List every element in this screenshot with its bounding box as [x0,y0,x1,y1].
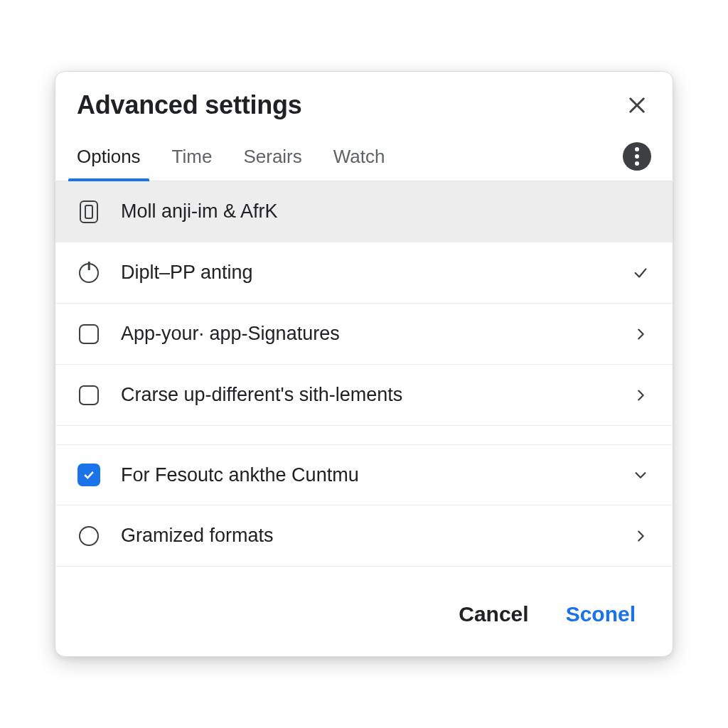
dialog-footer: Cancel Sconel [55,567,673,656]
card-icon [77,200,101,224]
advanced-settings-dialog: Advanced settings Options Time Serairs W… [55,71,673,657]
box-icon [77,383,101,407]
check-icon [630,262,651,284]
checkbox-checked-icon [77,463,101,487]
overflow-menu-button[interactable] [623,142,651,171]
chevron-right-icon [630,323,651,345]
cancel-button[interactable]: Cancel [456,598,531,631]
dialog-header: Advanced settings [55,72,673,136]
setting-row-gramized-formats[interactable]: Gramized formats [55,505,673,567]
setting-label: Diplt–PP anting [121,262,610,284]
setting-row-diplt-pp[interactable]: Diplt–PP anting [55,242,673,304]
tab-time[interactable]: Time [172,136,213,181]
circle-icon [77,524,101,548]
setting-row-app-signatures[interactable]: App-your· app-Signatures [55,304,673,365]
setting-row-for-fesoutc[interactable]: For Fesoutc ankthe Cuntmu [55,444,673,505]
tab-options[interactable]: Options [77,136,141,181]
chevron-down-icon [630,464,651,486]
box-icon [77,322,101,346]
close-button[interactable] [623,91,651,119]
close-icon [627,95,647,115]
setting-row-crarse-elements[interactable]: Crarse up-different's sith-lements [55,365,673,426]
setting-label: Crarse up-different's sith-lements [121,384,610,406]
trailing-none [630,201,651,223]
power-icon [77,261,101,285]
tab-watch[interactable]: Watch [333,136,385,181]
tabs: Options Time Serairs Watch [77,136,623,181]
setting-label: For Fesoutc ankthe Cuntmu [121,464,610,486]
chevron-right-icon [630,385,651,406]
more-vert-icon [635,146,639,167]
tab-bar: Options Time Serairs Watch [55,136,673,181]
settings-list: Moll anji-im & AfrK Diplt–PP anting App-… [55,181,673,567]
setting-label: Gramized formats [121,525,610,547]
setting-row-moll-anjim[interactable]: Moll anji-im & AfrK [55,181,673,242]
setting-label: Moll anji-im & AfrK [121,200,610,223]
dialog-title: Advanced settings [77,90,302,120]
setting-label: App-your· app-Signatures [121,323,610,345]
chevron-right-icon [630,525,651,547]
confirm-button[interactable]: Sconel [563,598,638,631]
tab-serairs[interactable]: Serairs [243,136,301,181]
